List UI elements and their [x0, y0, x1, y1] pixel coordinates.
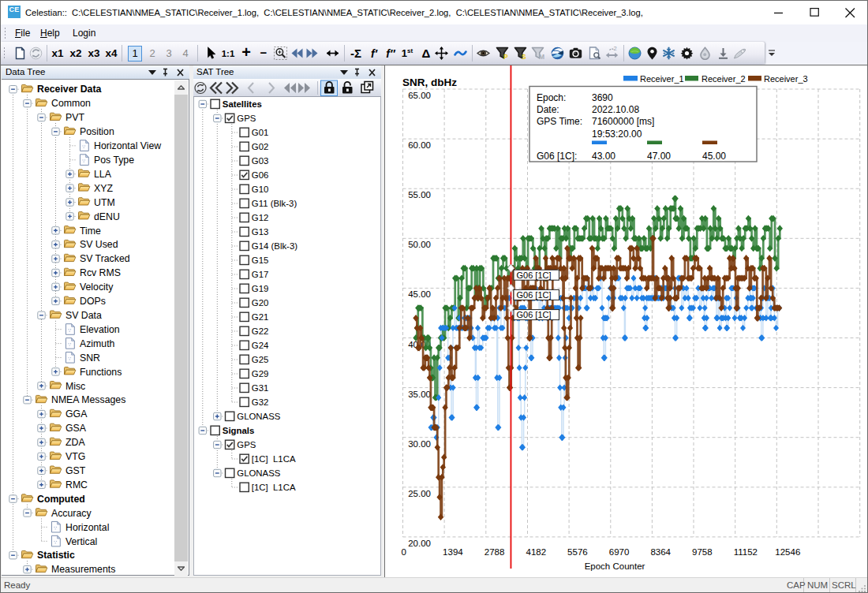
svg-text:G22: G22 — [252, 326, 269, 336]
svg-text:Receiver_2: Receiver_2 — [702, 74, 746, 84]
svg-text:SNR, dbHz: SNR, dbHz — [402, 76, 457, 88]
svg-text:G29: G29 — [252, 369, 269, 379]
svg-text:G24: G24 — [252, 341, 269, 350]
svg-text:G25: G25 — [252, 355, 269, 364]
svg-text:Epoch Counter: Epoch Counter — [585, 561, 645, 571]
svg-text:Receiver Data: Receiver Data — [37, 84, 102, 95]
svg-text:0: 0 — [402, 547, 406, 557]
svg-text:G06 [1C]: G06 [1C] — [517, 310, 552, 319]
svg-text:47.00: 47.00 — [647, 151, 671, 162]
svg-text:Signals: Signals — [223, 426, 255, 435]
svg-text:G21: G21 — [252, 312, 269, 322]
svg-text:Velocity: Velocity — [80, 282, 114, 293]
svg-text:GPS Time:: GPS Time: — [537, 116, 582, 127]
svg-text:2788: 2788 — [485, 547, 505, 557]
svg-text:25.00: 25.00 — [408, 489, 431, 498]
svg-text:LLA: LLA — [94, 169, 112, 180]
svg-text:Common: Common — [51, 98, 91, 109]
svg-text:XYZ: XYZ — [94, 183, 113, 194]
svg-text:35.00: 35.00 — [408, 390, 431, 399]
svg-text:G12: G12 — [252, 213, 269, 222]
svg-text:55.00: 55.00 — [408, 190, 431, 200]
svg-text:[1C] L1CA: [1C] L1CA — [252, 483, 296, 492]
svg-text:G11 (Blk-3): G11 (Blk-3) — [252, 199, 297, 208]
svg-text:SV Tracked: SV Tracked — [80, 253, 130, 264]
svg-text:DOPs: DOPs — [80, 296, 106, 307]
svg-text:Receiver_3: Receiver_3 — [764, 74, 808, 84]
svg-text:Horizontal View: Horizontal View — [94, 140, 161, 151]
svg-text:G13: G13 — [252, 227, 269, 237]
svg-text:GST: GST — [65, 465, 86, 476]
svg-text:G06 [1C]: G06 [1C] — [517, 290, 552, 300]
svg-text:GLONASS: GLONASS — [237, 412, 280, 421]
svg-text:Date:: Date: — [537, 104, 559, 115]
svg-text:G20: G20 — [252, 298, 269, 308]
svg-text:12546: 12546 — [775, 547, 800, 557]
svg-text:Measurements: Measurements — [51, 564, 115, 575]
svg-text:S: S — [522, 53, 526, 60]
svg-text:6970: 6970 — [609, 547, 630, 557]
svg-text:Satellites: Satellites — [223, 99, 262, 109]
svg-text:SNR: SNR — [80, 352, 100, 364]
svg-text:G32: G32 — [252, 397, 269, 407]
svg-text:UTM: UTM — [94, 197, 115, 208]
svg-text:45.00: 45.00 — [408, 289, 431, 299]
svg-text:Receiver_1: Receiver_1 — [640, 74, 684, 84]
svg-text:G10: G10 — [252, 185, 269, 194]
svg-text:Accuracy: Accuracy — [51, 508, 92, 519]
svg-text:G19: G19 — [252, 284, 269, 293]
svg-text:71600000 [ms]: 71600000 [ms] — [592, 116, 654, 127]
svg-text:GPS: GPS — [237, 114, 256, 123]
svg-text:9758: 9758 — [692, 547, 713, 557]
svg-text:Azimuth: Azimuth — [80, 338, 115, 349]
svg-text:3690: 3690 — [592, 92, 613, 103]
svg-text:Time: Time — [80, 226, 101, 237]
svg-text:GLONASS: GLONASS — [237, 468, 280, 478]
svg-text:5576: 5576 — [567, 547, 588, 557]
svg-text:11152: 11152 — [734, 547, 758, 557]
svg-text:Elevation: Elevation — [80, 324, 120, 335]
svg-text:Epoch:: Epoch: — [537, 92, 566, 103]
svg-text:45.00: 45.00 — [702, 151, 726, 162]
svg-text:19:53:20.00: 19:53:20.00 — [592, 129, 642, 140]
svg-text:50.00: 50.00 — [408, 240, 431, 249]
svg-text:G03: G03 — [252, 156, 269, 166]
svg-text:[1C] L1CA: [1C] L1CA — [252, 454, 296, 464]
svg-text:M: M — [539, 53, 544, 60]
svg-text:G31: G31 — [252, 383, 269, 393]
svg-text:Horizontal: Horizontal — [65, 522, 109, 533]
svg-text:2022.10.08: 2022.10.08 — [592, 104, 639, 115]
svg-text:dENU: dENU — [94, 211, 120, 222]
svg-text:G02: G02 — [252, 142, 269, 151]
svg-text:4182: 4182 — [526, 547, 547, 557]
svg-text:1394: 1394 — [443, 547, 463, 557]
svg-text:ZDA: ZDA — [65, 437, 85, 448]
svg-text:Misc: Misc — [65, 381, 85, 392]
svg-text:GGA: GGA — [65, 408, 88, 420]
svg-text:SV Used: SV Used — [80, 239, 118, 250]
svg-text:Vertical: Vertical — [65, 536, 97, 547]
svg-text:Position: Position — [80, 126, 114, 137]
svg-text:RMC: RMC — [65, 479, 88, 490]
svg-text:GPS: GPS — [237, 440, 256, 449]
svg-text:G06 [1C]:: G06 [1C]: — [537, 151, 577, 162]
svg-text:VTG: VTG — [65, 451, 85, 462]
svg-text:60.00: 60.00 — [408, 140, 431, 150]
svg-text:Functions: Functions — [80, 367, 122, 378]
svg-text:G06: G06 — [252, 170, 269, 180]
svg-text:Pos Type: Pos Type — [94, 155, 134, 166]
svg-text:G14 (Blk-3): G14 (Blk-3) — [252, 241, 297, 251]
svg-text:Computed: Computed — [37, 494, 85, 505]
svg-text:30.00: 30.00 — [408, 439, 431, 449]
svg-text:65.00: 65.00 — [408, 91, 431, 100]
svg-text:G01: G01 — [252, 128, 269, 137]
svg-text:NMEA Messages: NMEA Messages — [51, 394, 125, 405]
svg-text:20.00: 20.00 — [408, 539, 431, 548]
svg-text:G15: G15 — [252, 255, 269, 265]
svg-text:G17: G17 — [252, 270, 269, 279]
svg-text:43.00: 43.00 — [592, 151, 615, 162]
svg-text:P: P — [503, 53, 508, 60]
svg-text:G06 [1C]: G06 [1C] — [517, 270, 552, 280]
svg-text:2: 2 — [613, 47, 616, 52]
svg-text:GSA: GSA — [65, 423, 87, 434]
